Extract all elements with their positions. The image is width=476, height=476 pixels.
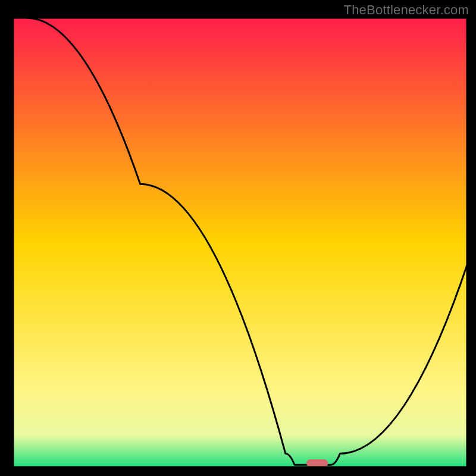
- watermark-label: TheBottlenecker.com: [344, 2, 469, 18]
- gradient-background: [13, 18, 467, 467]
- bottleneck-chart: [0, 0, 476, 476]
- chart-stage: TheBottlenecker.com: [0, 0, 476, 476]
- optimal-marker: [306, 459, 328, 467]
